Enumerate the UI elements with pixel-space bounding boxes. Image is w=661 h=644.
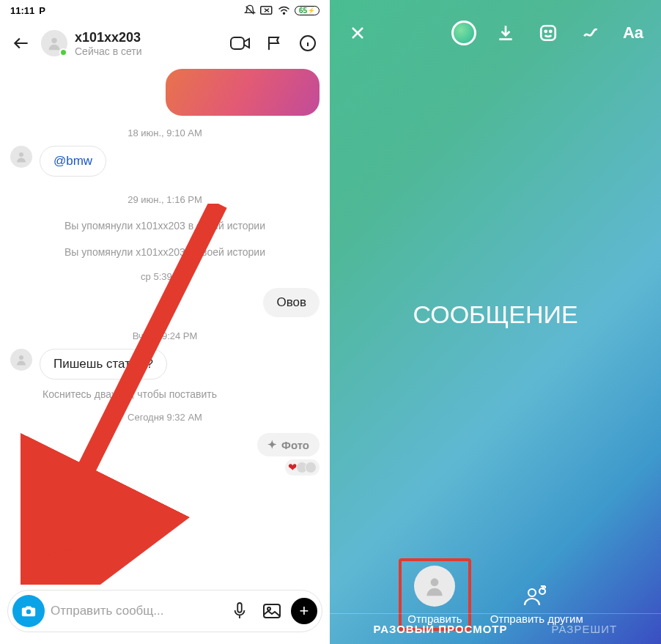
app-indicator: P — [39, 5, 45, 16]
info-button[interactable] — [295, 30, 321, 56]
download-button[interactable] — [492, 20, 519, 46]
message-input[interactable] — [51, 604, 221, 618]
story-editor-screen: Aa СООБЩЕНИЕ Отправить Отправить другим … — [330, 0, 661, 644]
system-message: Вы упомянули x101xx203 в своей истории — [10, 246, 320, 258]
message-row-in: @bmw — [10, 146, 320, 177]
chat-username: x101xx203 — [75, 30, 220, 45]
photo-message-out[interactable]: ✦ Фото — [257, 433, 320, 456]
timestamp: Вчера 9:24 PM — [10, 330, 320, 341]
sticker-button[interactable] — [535, 20, 561, 46]
system-message: Вы упомянули x101xx203 в своей истории — [10, 220, 320, 232]
sparkle-icon: ✦ — [267, 438, 277, 451]
svg-point-5 — [19, 152, 23, 157]
camera-button[interactable] — [12, 595, 45, 627]
back-button[interactable] — [9, 31, 34, 56]
svg-point-6 — [19, 355, 23, 360]
message-bubble-mention[interactable]: @bmw — [40, 146, 106, 177]
svg-rect-8 — [237, 603, 242, 612]
dnd-icon — [244, 4, 256, 16]
presence-dot — [59, 48, 67, 56]
video-call-button[interactable] — [227, 30, 254, 56]
reaction-row[interactable]: ❤ — [285, 459, 320, 475]
gallery-button[interactable] — [259, 598, 285, 624]
battery-indicator: 65⚡ — [295, 6, 320, 15]
svg-point-7 — [26, 610, 31, 614]
chat-status: Сейчас в сети — [75, 45, 220, 57]
message-bubble-out[interactable]: Овов — [263, 288, 320, 317]
clock-time: 11:11 — [10, 5, 34, 16]
text-tool-button[interactable]: Aa — [620, 20, 646, 46]
timestamp: ср 5:39 PM — [10, 271, 320, 282]
svg-rect-13 — [541, 26, 555, 40]
draw-button[interactable] — [577, 20, 604, 46]
story-view-tabs: РАЗОВЫЙ ПРОСМОТР РАЗРЕШИТЬ — [330, 613, 661, 644]
tab-single-view[interactable]: РАЗОВЫЙ ПРОСМОТР — [373, 623, 507, 635]
voice-button[interactable] — [226, 598, 253, 624]
avatar-tiny[interactable] — [10, 349, 32, 371]
svg-point-1 — [283, 12, 284, 14]
image-message-out[interactable] — [166, 69, 320, 116]
tab-allow[interactable]: РАЗРЕШИТЬ — [552, 623, 618, 635]
svg-point-2 — [51, 38, 56, 43]
battery-saver-icon — [260, 6, 273, 15]
message-bubble-in[interactable]: Пишешь статью? — [40, 349, 167, 380]
timestamp: Сегодня 9:32 AM — [10, 412, 320, 423]
close-button[interactable] — [344, 20, 371, 46]
svg-rect-3 — [231, 37, 244, 49]
avatar[interactable] — [41, 30, 67, 56]
svg-point-15 — [550, 31, 551, 32]
wifi-icon — [278, 5, 290, 15]
flag-button[interactable] — [261, 30, 287, 56]
double-tap-hint: Коснитесь дважды, чтобы поставить — [43, 388, 320, 400]
timestamp: 29 июн., 1:16 PM — [10, 194, 320, 205]
reaction-avatar — [305, 462, 317, 473]
avatar-tiny[interactable] — [10, 146, 32, 168]
chat-title-block[interactable]: x101xx203 Сейчас в сети — [75, 30, 220, 57]
story-text-overlay[interactable]: СООБЩЕНИЕ — [330, 300, 661, 329]
chat-header: x101xx203 Сейчас в сети — [0, 21, 330, 66]
svg-rect-9 — [264, 604, 280, 618]
color-picker-button[interactable] — [451, 21, 476, 45]
story-toolbar: Aa — [330, 7, 661, 59]
chat-body[interactable]: 18 июн., 9:10 AM @bmw 29 июн., 1:16 PM В… — [0, 66, 330, 584]
timestamp: 18 июн., 9:10 AM — [10, 127, 320, 138]
svg-point-10 — [267, 607, 270, 610]
message-input-bar: + — [7, 590, 322, 632]
status-bar: 11:11 P 65⚡ — [0, 0, 330, 21]
svg-point-17 — [528, 589, 536, 596]
message-row-in: Пишешь статью? — [10, 349, 320, 380]
add-button[interactable]: + — [291, 598, 317, 624]
svg-point-14 — [545, 31, 547, 32]
